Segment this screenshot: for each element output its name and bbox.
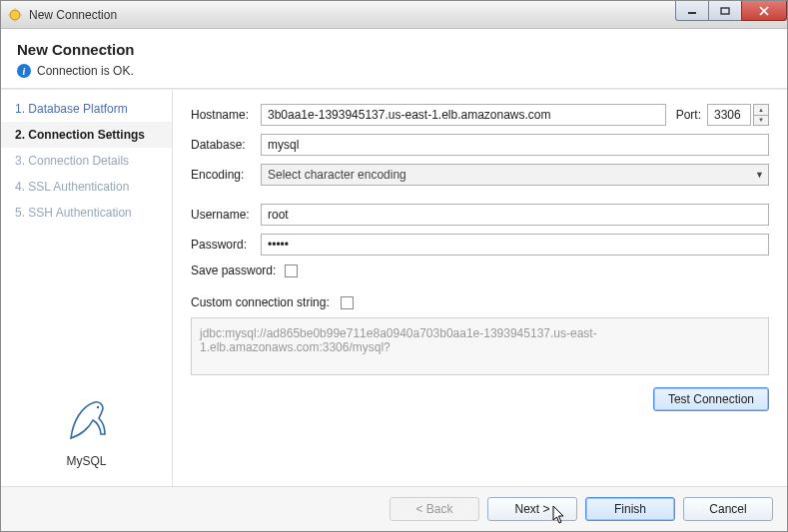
window-controls (676, 1, 787, 23)
page-title: New Connection (17, 41, 771, 58)
technology-label: MySQL (1, 454, 172, 468)
title-bar[interactable]: New Connection (1, 1, 787, 29)
test-connection-button[interactable]: Test Connection (653, 387, 769, 411)
chevron-down-icon: ▼ (755, 170, 764, 180)
step-database-platform[interactable]: 1. Database Platform (1, 96, 172, 122)
dialog-header: New Connection i Connection is OK. (1, 29, 787, 89)
encoding-select[interactable]: Select character encoding ▼ (261, 164, 769, 186)
step-connection-settings[interactable]: 2. Connection Settings (1, 122, 172, 148)
finish-button[interactable]: Finish (585, 497, 675, 521)
next-button[interactable]: Next > (487, 497, 577, 521)
password-input[interactable] (261, 234, 769, 256)
save-password-label: Save password: (191, 264, 285, 277)
cancel-button[interactable]: Cancel (683, 497, 773, 521)
svg-point-9 (96, 406, 98, 408)
window-title: New Connection (29, 8, 117, 22)
username-label: Username: (191, 208, 261, 222)
wizard-sidebar: 1. Database Platform 2. Connection Setti… (1, 90, 173, 486)
form-area: Hostname: Port: ▲ ▼ Database: Encoding: … (173, 90, 787, 486)
step-ssl-authentication[interactable]: 4. SSL Authentication (1, 174, 172, 200)
custom-connection-label: Custom connection string: (191, 295, 341, 309)
custom-connection-checkbox[interactable] (341, 296, 354, 309)
hostname-label: Hostname: (191, 108, 261, 122)
svg-rect-6 (721, 8, 729, 14)
dialog-window: New Connection New Connection i Connecti… (0, 0, 788, 532)
port-spinner[interactable]: ▲ ▼ (753, 104, 769, 126)
username-input[interactable] (261, 204, 769, 226)
back-button[interactable]: < Back (390, 497, 479, 521)
status-row: i Connection is OK. (17, 64, 771, 78)
spinner-up-icon[interactable]: ▲ (753, 104, 769, 115)
connection-string-box: jdbc:mysql://ad865be0b99e711e8a0940a703b… (191, 317, 769, 375)
step-ssh-authentication[interactable]: 5. SSH Authentication (1, 200, 172, 226)
port-label: Port: (676, 108, 701, 122)
info-icon: i (17, 64, 31, 78)
password-label: Password: (191, 238, 261, 252)
connection-string-text: jdbc:mysql://ad865be0b99e711e8a0940a703b… (200, 326, 597, 354)
mysql-icon (59, 392, 115, 448)
encoding-selected-text: Select character encoding (268, 168, 406, 182)
spinner-down-icon[interactable]: ▼ (753, 115, 769, 127)
database-label: Database: (191, 138, 261, 152)
dialog-footer: < Back Next > Finish Cancel (1, 486, 787, 531)
app-icon (7, 7, 23, 23)
encoding-label: Encoding: (191, 168, 261, 182)
port-input[interactable] (707, 104, 751, 126)
status-text: Connection is OK. (37, 64, 134, 78)
technology-block: MySQL (1, 392, 172, 486)
svg-point-0 (10, 10, 20, 20)
database-input[interactable] (261, 134, 769, 156)
step-connection-details[interactable]: 3. Connection Details (1, 148, 172, 174)
save-password-checkbox[interactable] (285, 265, 298, 277)
hostname-input[interactable] (261, 104, 666, 126)
minimize-button[interactable] (675, 1, 709, 21)
maximize-button[interactable] (708, 1, 742, 21)
dialog-body: 1. Database Platform 2. Connection Setti… (1, 89, 787, 486)
close-button[interactable] (741, 1, 787, 21)
